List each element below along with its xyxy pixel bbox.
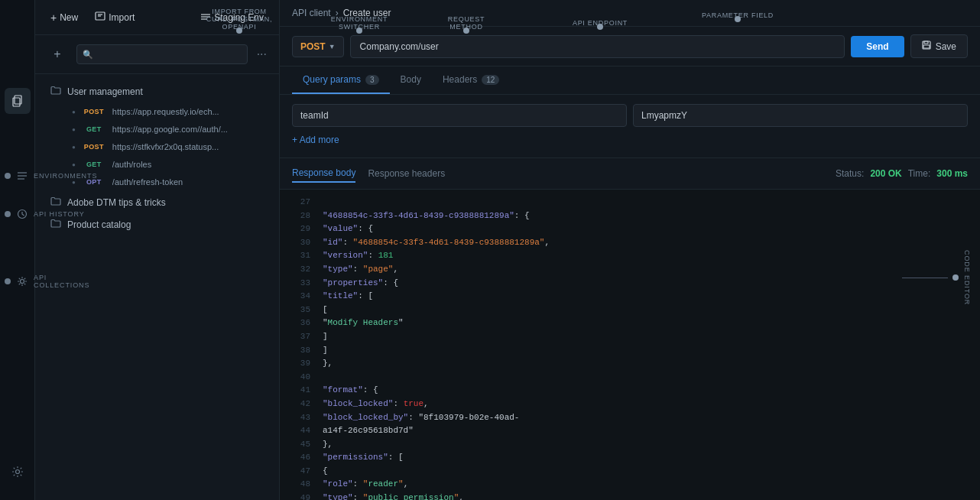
code-line: 39 }, [292,357,968,371]
endpoint-text-4: /auth/refresh-token [112,177,183,187]
line-content [323,196,968,209]
settings-icon[interactable] [5,459,31,485]
time-value: 300 ms [936,168,968,179]
add-collection-button[interactable]: + [44,41,70,67]
method-select[interactable]: POST ▼ [292,36,344,57]
code-line: 37 ] [292,330,968,344]
response-headers-tab[interactable]: Response headers [368,165,445,182]
endpoint-text-0: https://app.requestly.io/ech... [112,107,219,116]
response-status: Status: 200 OK Time: 300 ms [836,168,968,179]
collection-item-adobe[interactable]: Adobe DTM tips & tricks [38,191,276,213]
tab-headers[interactable]: Headers 12 [432,67,510,94]
svg-rect-1 [13,98,20,106]
nested-item-2[interactable]: ● POST https://stfkvfxr2x0q.statusp... [63,138,276,155]
circle-icon: ● [72,109,76,115]
code-line: 34 "title": [ [292,290,968,304]
nested-item-1[interactable]: ● GET https://app.google.com//auth/... [63,121,276,138]
param-value-input[interactable] [633,104,968,127]
endpoint-text-1: https://app.google.com//auth/... [112,125,228,134]
line-number: 48 [292,478,310,492]
line-number: 42 [292,398,310,411]
circle-icon-1: ● [72,126,76,133]
response-body-tab[interactable]: Response body [292,164,355,183]
line-number: 37 [292,330,310,344]
save-button[interactable]: Save [910,34,968,58]
env-switcher-button[interactable]: Staging Env [194,9,270,26]
method-value: POST [300,41,326,52]
line-number: 29 [292,222,310,236]
search-input[interactable] [76,44,248,64]
breadcrumb-parent: API client [292,8,331,18]
line-number: 30 [292,236,310,250]
line-content: "role": "reader", [323,478,968,492]
save-icon [922,41,931,52]
headers-badge: 12 [482,75,499,85]
new-button[interactable]: + New [44,8,84,27]
code-line: 49 "type": "public_permission", [292,492,968,500]
line-content: "4688854c-33f3-4d61-8439-c9388881289a": … [323,209,968,223]
breadcrumb: API client › Create user [280,0,980,27]
line-content: "properties": { [323,277,968,291]
nested-item-0[interactable]: ● POST https://app.requestly.io/ech... [63,103,276,120]
method-badge-get-3: GET [82,161,106,168]
line-content: "version": 181 [323,249,968,263]
line-number: 45 [292,438,310,452]
code-line: 29 "value": { [292,222,968,236]
line-number: 36 [292,317,310,330]
search-wrap: 🔍 [76,44,248,64]
request-bar: POST ▼ Send Save [280,27,980,67]
folder-icon-3 [50,219,61,230]
param-key-input[interactable] [292,104,627,127]
params-area: + Add more [280,95,980,158]
url-input[interactable] [350,35,845,58]
add-more-button[interactable]: + Add more [292,131,339,148]
response-area: Response body Response headers Status: 2… [280,158,980,500]
nested-item-3[interactable]: ● GET /auth/roles [63,156,276,173]
line-content: "block_locked": true, [323,398,968,411]
tab-query-params[interactable]: Query params 3 [292,67,390,94]
line-content: "block_locked_by": "8f103979-b02e-40ad- [323,411,968,425]
line-number: 38 [292,344,310,358]
code-line: 42 "block_locked": true, [292,398,968,411]
code-line: 43 "block_locked_by": "8f103979-b02e-40a… [292,411,968,425]
tab-bar: Query params 3 Body Headers 12 [280,67,980,95]
line-content: "type": "page", [323,263,968,277]
line-content: "permissions": [ [323,451,968,465]
status-value: 200 OK [870,168,901,179]
collection-item-product-catalog[interactable]: Product catalog [38,213,276,235]
code-line: 47 { [292,465,968,479]
import-button[interactable]: Import [89,8,141,27]
line-content: { [323,465,968,479]
send-button[interactable]: Send [851,36,904,57]
nested-items: ● POST https://app.requestly.io/ech... ●… [35,103,279,190]
line-content: "title": [ [323,290,968,304]
response-header: Response body Response headers Status: 2… [280,158,980,190]
copy-icon[interactable] [5,88,31,114]
more-options-button[interactable]: ··· [254,44,270,64]
circle-icon-3: ● [72,161,76,168]
api-client: API client › Create user POST ▼ Send [280,0,980,500]
user-management-label: User management [67,86,143,97]
circle-icon-4: ● [72,179,76,186]
nested-item-4[interactable]: ● OPT /auth/refresh-token [63,174,276,190]
code-line: 45 }, [292,438,968,452]
code-line: 36 "Modify Headers" [292,317,968,330]
code-line: 35 [ [292,304,968,317]
line-number: 31 [292,249,310,263]
search-icon: 🔍 [83,50,93,60]
query-params-label: Query params [303,74,361,85]
method-badge-opt-4: OPT [82,178,106,186]
method-dropdown-icon: ▼ [329,43,336,50]
endpoint-text-2: https://stfkvfxr2x0q.statusp... [112,142,219,151]
code-line: 46 "permissions": [ [292,451,968,465]
line-number: 46 [292,451,310,465]
adobe-label: Adobe DTM tips & tricks [67,197,166,208]
code-line: 40 [292,371,968,385]
line-number: 44 [292,424,310,438]
collection-item-user-management[interactable]: User management [38,80,276,102]
svg-point-2 [15,470,19,474]
collection-panel: + New Import [35,0,280,500]
tab-body[interactable]: Body [390,67,432,94]
line-number: 33 [292,277,310,291]
sidebar-nav [0,0,35,500]
